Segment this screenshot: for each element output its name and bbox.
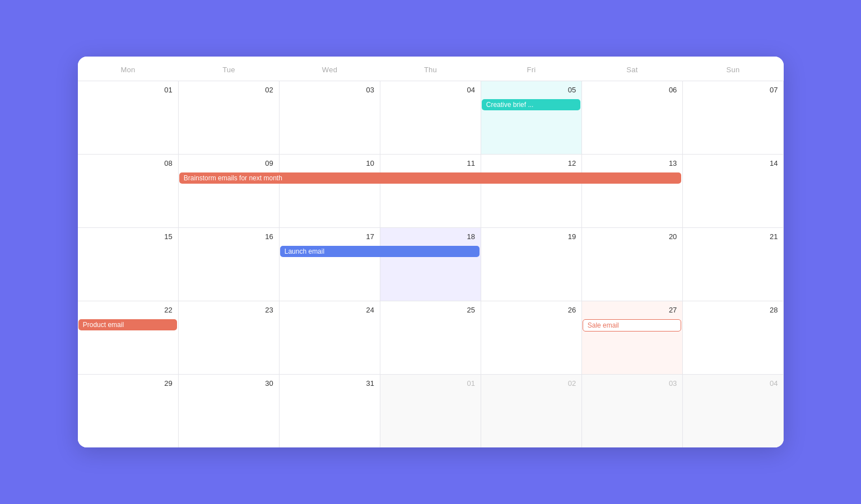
week-row-week1: 01020304050607Creative brief ... [78, 81, 784, 154]
week-row-week3: 15161718192021Launch email [78, 228, 784, 301]
header-day-fri: Fri [481, 57, 582, 81]
calendar-cell-21-w2[interactable]: 21 [683, 228, 783, 301]
calendar-cell-07-w0[interactable]: 07 [683, 81, 783, 154]
calendar-cell-19-w2[interactable]: 19 [481, 228, 581, 301]
calendar-cell-30-w4[interactable]: 30 [179, 375, 279, 447]
date-number: 26 [487, 306, 576, 314]
week-row-week5: 29303101020304 [78, 375, 784, 447]
calendar-cell-03-w0[interactable]: 03 [280, 81, 380, 154]
date-number: 04 [386, 86, 475, 94]
calendar-container: MonTueWedThuFriSatSun 01020304050607Crea… [78, 57, 784, 447]
calendar-cell-17-w2[interactable]: 17 [280, 228, 380, 301]
date-number: 24 [285, 306, 374, 314]
date-number: 15 [83, 232, 173, 241]
date-number: 27 [588, 306, 677, 314]
event-sale-email[interactable]: Sale email [583, 319, 681, 332]
header-day-wed: Wed [280, 57, 380, 81]
date-number: 14 [688, 159, 778, 167]
calendar-cell-05-w0[interactable]: 05 [481, 81, 581, 154]
week-row-week2: 08091011121314Brainstorm emails for next… [78, 155, 784, 227]
calendar-cell-13-w1[interactable]: 13 [582, 155, 682, 227]
week-row-week4: 22232425262728Product emailSale email [78, 301, 784, 374]
event-creative-brief-...[interactable]: Creative brief ... [482, 99, 580, 110]
date-number: 03 [588, 379, 677, 388]
date-number: 16 [184, 232, 273, 241]
calendar-cell-15-w2[interactable]: 15 [78, 228, 178, 301]
calendar-cell-22-w3[interactable]: 22 [78, 301, 178, 374]
date-number: 03 [285, 86, 374, 94]
header-day-sat: Sat [582, 57, 683, 81]
date-number: 06 [588, 86, 677, 94]
date-number: 30 [184, 379, 273, 388]
date-number: 04 [688, 379, 778, 388]
calendar-cell-24-w3[interactable]: 24 [280, 301, 380, 374]
calendar-cell-14-w1[interactable]: 14 [683, 155, 783, 227]
calendar-cell-10-w1[interactable]: 10 [280, 155, 380, 227]
date-number: 09 [184, 159, 273, 167]
date-number: 01 [386, 379, 475, 388]
calendar-cell-08-w1[interactable]: 08 [78, 155, 178, 227]
date-number: 29 [83, 379, 173, 388]
calendar-cell-02-w4[interactable]: 02 [481, 375, 581, 447]
calendar-cell-01-w0[interactable]: 01 [78, 81, 178, 154]
date-number: 02 [184, 86, 273, 94]
date-number: 18 [386, 232, 475, 241]
header-day-mon: Mon [78, 57, 179, 81]
date-number: 08 [83, 159, 173, 167]
calendar-body: 01020304050607Creative brief ...08091011… [78, 81, 784, 447]
date-number: 25 [386, 306, 475, 314]
date-number: 19 [487, 232, 576, 241]
calendar-cell-06-w0[interactable]: 06 [582, 81, 682, 154]
date-number: 01 [83, 86, 173, 94]
event-launch-email[interactable]: Launch email [280, 246, 480, 257]
event-brainstorm-emails-for-next-month[interactable]: Brainstorm emails for next month [179, 172, 681, 184]
date-number: 10 [285, 159, 374, 167]
date-number: 20 [588, 232, 677, 241]
header-day-thu: Thu [380, 57, 481, 81]
date-number: 31 [285, 379, 374, 388]
calendar-cell-09-w1[interactable]: 09 [179, 155, 279, 227]
calendar-cell-11-w1[interactable]: 11 [380, 155, 481, 227]
calendar-cell-28-w3[interactable]: 28 [683, 301, 783, 374]
calendar-cell-04-w4[interactable]: 04 [683, 375, 783, 447]
calendar-cell-20-w2[interactable]: 20 [582, 228, 682, 301]
date-number: 13 [588, 159, 677, 167]
calendar-cell-23-w3[interactable]: 23 [179, 301, 279, 374]
date-number: 05 [487, 86, 576, 94]
date-number: 17 [285, 232, 374, 241]
calendar-cell-12-w1[interactable]: 12 [481, 155, 581, 227]
calendar-cell-26-w3[interactable]: 26 [481, 301, 581, 374]
calendar-cell-04-w0[interactable]: 04 [380, 81, 481, 154]
header-day-sun: Sun [683, 57, 784, 81]
date-number: 12 [487, 159, 576, 167]
calendar-cell-29-w4[interactable]: 29 [78, 375, 178, 447]
calendar-cell-31-w4[interactable]: 31 [280, 375, 380, 447]
calendar-cell-01-w4[interactable]: 01 [380, 375, 481, 447]
date-number: 21 [688, 232, 778, 241]
date-number: 22 [83, 306, 173, 314]
date-number: 07 [688, 86, 778, 94]
calendar-cell-03-w4[interactable]: 03 [582, 375, 682, 447]
calendar-cell-25-w3[interactable]: 25 [380, 301, 481, 374]
date-number: 02 [487, 379, 576, 388]
header-day-tue: Tue [179, 57, 280, 81]
calendar-cell-18-w2[interactable]: 18 [380, 228, 481, 301]
date-number: 28 [688, 306, 778, 314]
event-product-email[interactable]: Product email [78, 319, 177, 330]
date-number: 11 [386, 159, 475, 167]
calendar-cell-27-w3[interactable]: 27 [582, 301, 682, 374]
calendar-header: MonTueWedThuFriSatSun [78, 57, 784, 81]
date-number: 23 [184, 306, 273, 314]
calendar-cell-16-w2[interactable]: 16 [179, 228, 279, 301]
calendar-cell-02-w0[interactable]: 02 [179, 81, 279, 154]
